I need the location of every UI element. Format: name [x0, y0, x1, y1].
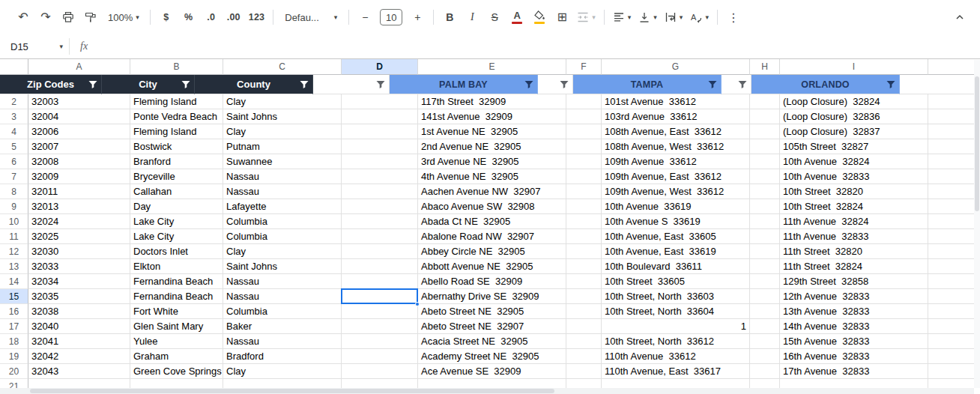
row-header-14[interactable]: 14 [0, 274, 28, 289]
cell-F9[interactable] [566, 199, 602, 214]
cell-E6[interactable]: 3rd Avenue NE 32905 [418, 154, 566, 169]
cell-I8[interactable]: 10th Street 32820 [780, 184, 928, 199]
cell-B12[interactable]: Doctors Inlet [130, 244, 223, 259]
cell-H10[interactable] [750, 214, 780, 229]
filter-icon[interactable] [181, 80, 190, 88]
cell-I11[interactable]: 11th Avenue 32833 [780, 229, 928, 244]
horizontal-align-button[interactable]: ▾ [611, 7, 634, 28]
print-button[interactable] [58, 7, 78, 28]
cell-E17[interactable]: Abeto Street NE 32907 [418, 319, 566, 334]
cell-A9[interactable]: 32013 [28, 199, 130, 214]
borders-button[interactable]: ⊞ [552, 7, 572, 28]
cell-A3[interactable]: 32004 [28, 109, 130, 124]
row-header-5[interactable]: 5 [0, 139, 28, 154]
header-cell-B1[interactable]: City [102, 75, 195, 94]
cell-D18[interactable] [342, 334, 418, 349]
column-header-A[interactable]: A [28, 59, 130, 75]
currency-format-button[interactable]: $ [157, 7, 176, 28]
cell-G13[interactable]: 10th Boulevard 33611 [602, 259, 750, 274]
cell-B6[interactable]: Branford [130, 154, 223, 169]
vertical-scrollbar-thumb[interactable] [975, 76, 979, 211]
cell-F16[interactable] [566, 304, 602, 319]
row-header-11[interactable]: 11 [0, 229, 28, 244]
cell-A11[interactable]: 32025 [28, 229, 130, 244]
cell-G11[interactable]: 10th Avenue, East 33605 [602, 229, 750, 244]
cell-E20[interactable]: Ace Avenue SE 32909 [418, 364, 566, 379]
cell-C8[interactable]: Nassau [223, 184, 342, 199]
row-header-13[interactable]: 13 [0, 259, 28, 274]
cell-G6[interactable]: 109th Avenue 33612 [602, 154, 750, 169]
cell-F21[interactable] [566, 379, 602, 388]
cell-C13[interactable]: Saint Johns [223, 259, 342, 274]
cell-E10[interactable]: Abada Ct NE 32905 [418, 214, 566, 229]
cell-I4[interactable]: (Loop Closure) 32837 [780, 124, 928, 139]
cell-B20[interactable]: Green Cove Springs [130, 364, 223, 379]
cell-F17[interactable] [566, 319, 602, 334]
cell-E16[interactable]: Abeto Street NE 32905 [418, 304, 566, 319]
cell-C5[interactable]: Putnam [223, 139, 342, 154]
cell-H12[interactable] [750, 244, 780, 259]
row-header-18[interactable]: 18 [0, 334, 28, 349]
cell-C16[interactable]: Columbia [223, 304, 342, 319]
cell-H2[interactable] [750, 94, 780, 109]
cell-A17[interactable]: 32040 [28, 319, 130, 334]
cell-H17[interactable] [750, 319, 780, 334]
cell-D15[interactable] [342, 289, 418, 304]
cell-F19[interactable] [566, 349, 602, 364]
column-header-C[interactable]: C [223, 59, 342, 75]
fill-handle[interactable] [415, 302, 420, 306]
cell-H5[interactable] [750, 139, 780, 154]
cell-E18[interactable]: Acacia Street NE 32905 [418, 334, 566, 349]
increase-decimal-button[interactable]: .00 [224, 7, 244, 28]
cell-A7[interactable]: 32009 [28, 169, 130, 184]
cell-G10[interactable]: 10th Avenue S 33619 [602, 214, 750, 229]
cell-H7[interactable] [750, 169, 780, 184]
cell-D14[interactable] [342, 274, 418, 289]
row-header-9[interactable]: 9 [0, 199, 28, 214]
cell-D8[interactable] [342, 184, 418, 199]
filter-icon[interactable] [886, 80, 895, 88]
cell-G5[interactable]: 108th Avenue, West 33612 [602, 139, 750, 154]
cell-I12[interactable]: 11th Street 32820 [780, 244, 928, 259]
cell-A5[interactable]: 32007 [28, 139, 130, 154]
italic-button[interactable]: I [462, 7, 482, 28]
cell-A10[interactable]: 32024 [28, 214, 130, 229]
cell-E3[interactable]: 141st Avenue 32909 [418, 109, 566, 124]
cell-D9[interactable] [342, 199, 418, 214]
bold-button[interactable]: B [440, 7, 459, 28]
cell-H18[interactable] [750, 334, 780, 349]
text-color-button[interactable]: A [507, 7, 527, 28]
cell-B10[interactable]: Lake City [130, 214, 223, 229]
filter-icon[interactable] [300, 80, 309, 88]
row-header-17[interactable]: 17 [0, 319, 28, 334]
horizontal-scrollbar[interactable] [0, 388, 974, 394]
decrease-decimal-button[interactable]: .0 [202, 7, 221, 28]
cell-G16[interactable]: 10th Street, North 33604 [602, 304, 750, 319]
cell-B7[interactable]: Bryceville [130, 169, 223, 184]
collapse-toolbar-button[interactable] [950, 7, 970, 28]
cell-C12[interactable]: Clay [223, 244, 342, 259]
cell-B8[interactable]: Callahan [130, 184, 223, 199]
paint-format-button[interactable] [81, 7, 100, 28]
cell-H8[interactable] [750, 184, 780, 199]
row-header-12[interactable]: 12 [0, 244, 28, 259]
cell-A18[interactable]: 32041 [28, 334, 130, 349]
cell-E11[interactable]: Abalone Road NW 32907 [418, 229, 566, 244]
column-header-F[interactable]: F [566, 59, 602, 75]
cell-F8[interactable] [566, 184, 602, 199]
cell-G15[interactable]: 10th Street, North 33603 [602, 289, 750, 304]
cell-I17[interactable]: 14th Avenue 32833 [780, 319, 928, 334]
row-header-20[interactable]: 20 [0, 364, 28, 379]
cell-F15[interactable] [566, 289, 602, 304]
filter-icon[interactable] [88, 80, 97, 88]
cell-F10[interactable] [566, 214, 602, 229]
header-cell-I1[interactable]: ORLANDO [751, 75, 900, 94]
more-options-button[interactable]: ⋮ [724, 7, 743, 28]
cell-H3[interactable] [750, 109, 780, 124]
percent-format-button[interactable]: % [179, 7, 199, 28]
cell-I2[interactable]: (Loop Closure) 32824 [780, 94, 928, 109]
cell-B5[interactable]: Bostwick [130, 139, 223, 154]
row-header-16[interactable]: 16 [0, 304, 28, 319]
filter-icon[interactable] [524, 80, 533, 88]
header-cell-A1[interactable]: Zip Codes [0, 75, 102, 94]
